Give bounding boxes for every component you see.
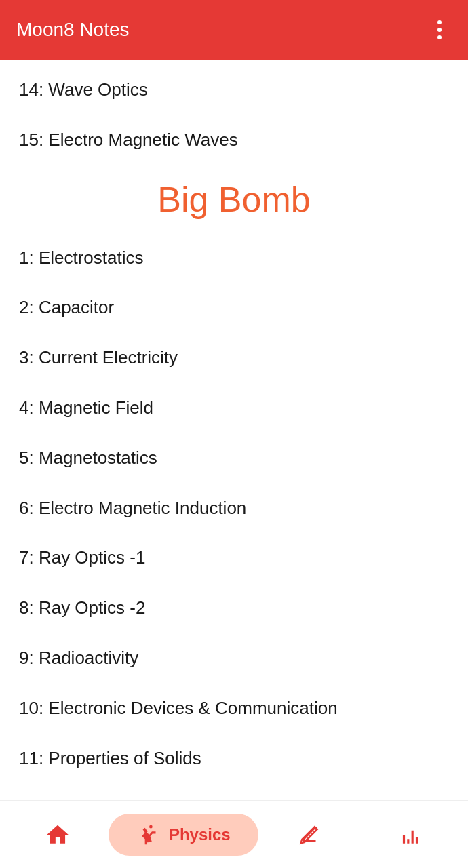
list-item[interactable]: 3: Current Electricity (0, 333, 468, 383)
list-item[interactable]: 14: Wave Optics (0, 65, 468, 115)
more-options-button[interactable] (427, 18, 452, 42)
nav-edit-button[interactable] (258, 822, 360, 848)
list-item[interactable]: 6: Electro Magnetic Induction (0, 484, 468, 534)
content-area: 14: Wave Optics 15: Electro Magnetic Wav… (0, 60, 468, 868)
home-icon (45, 822, 71, 848)
list-item[interactable]: 11: Properties of Solids (0, 734, 468, 784)
running-icon (136, 822, 162, 848)
bottom-navigation: Physics (0, 800, 468, 868)
nav-chart-button[interactable] (360, 822, 462, 848)
chapter-list: 14: Wave Optics 15: Electro Magnetic Wav… (0, 60, 468, 839)
list-item[interactable]: 5: Magnetostatics (0, 433, 468, 484)
more-icon (437, 20, 442, 39)
list-item[interactable]: 4: Magnetic Field (0, 383, 468, 433)
list-item[interactable]: 10: Electronic Devices & Communication (0, 684, 468, 734)
nav-home-button[interactable] (7, 822, 109, 848)
section-title: Big Bomb (0, 165, 468, 233)
list-item[interactable]: 9: Radioactivity (0, 633, 468, 684)
list-item[interactable]: 1: Electrostatics (0, 233, 468, 283)
chart-icon (397, 822, 423, 848)
nav-physics-label: Physics (169, 825, 231, 844)
app-header: Moon8 Notes (0, 0, 468, 60)
list-item[interactable]: 7: Ray Optics -1 (0, 533, 468, 583)
edit-icon (296, 822, 322, 848)
list-item[interactable]: 15: Electro Magnetic Waves (0, 115, 468, 165)
list-item[interactable]: 8: Ray Optics -2 (0, 583, 468, 633)
list-item[interactable]: 2: Capacitor (0, 283, 468, 333)
app-title: Moon8 Notes (16, 19, 130, 41)
nav-physics-button[interactable]: Physics (109, 814, 259, 856)
svg-point-0 (149, 825, 153, 828)
